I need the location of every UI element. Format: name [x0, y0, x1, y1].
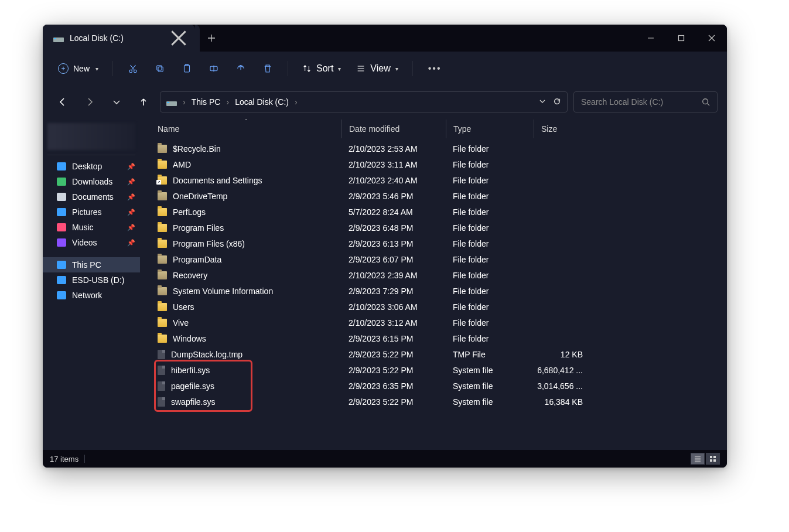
file-row[interactable]: System Volume Information2/9/2023 7:29 P… [140, 283, 727, 299]
search-icon [702, 98, 710, 106]
refresh-button[interactable] [553, 97, 561, 107]
svg-rect-4 [157, 66, 162, 70]
file-name: swapfile.sys [171, 397, 215, 407]
file-row[interactable]: DumpStack.log.tmp2/9/2023 5:22 PMTMP Fil… [140, 346, 727, 362]
file-type: File folder [446, 318, 534, 328]
sidebar-item-desktop[interactable]: Desktop📌 [43, 159, 140, 174]
file-row[interactable]: PerfLogs5/7/2022 8:24 AMFile folder [140, 204, 727, 220]
file-row[interactable]: pagefile.sys2/9/2023 6:35 PMSystem file3… [140, 378, 727, 394]
column-date[interactable]: Date modified [341, 120, 446, 138]
file-row[interactable]: ↗Documents and Settings2/10/2023 2:40 AM… [140, 172, 727, 188]
file-name: Users [173, 302, 194, 312]
sidebar-item-this-pc[interactable]: This PC [43, 257, 140, 272]
file-row[interactable]: Vive2/10/2023 3:12 AMFile folder [140, 315, 727, 330]
pin-icon: 📌 [127, 224, 135, 231]
file-date: 2/10/2023 3:12 AM [341, 318, 446, 328]
file-date: 2/9/2023 6:35 PM [341, 381, 446, 391]
sidebar-item-videos[interactable]: Videos📌 [43, 235, 140, 250]
sidebar-item-documents[interactable]: Documents📌 [43, 189, 140, 204]
file-date: 2/9/2023 6:48 PM [341, 223, 446, 233]
svg-rect-9 [710, 456, 712, 458]
file-date: 2/10/2023 2:39 AM [341, 271, 446, 280]
sidebar-item-network[interactable]: Network [43, 288, 140, 303]
back-button[interactable] [52, 91, 73, 112]
file-row[interactable]: Program Files (x86)2/9/2023 6:13 PMFile … [140, 236, 727, 251]
active-tab[interactable]: Local Disk (C:) [43, 25, 195, 52]
rename-button[interactable] [202, 57, 226, 80]
close-window-button[interactable] [696, 25, 727, 52]
folder-icon [158, 319, 167, 327]
file-name: AMD [173, 160, 191, 169]
sidebar-item-label: Downloads [72, 177, 112, 186]
divider [412, 61, 413, 76]
file-type: System file [446, 381, 534, 391]
search-input[interactable] [581, 97, 697, 107]
history-dropdown[interactable] [539, 97, 546, 107]
address-bar[interactable]: › This PC › Local Disk (C:) › [160, 91, 568, 112]
sidebar-item-label: ESD-USB (D:) [72, 275, 124, 285]
sidebar-item-pictures[interactable]: Pictures📌 [43, 204, 140, 220]
file-row[interactable]: AMD2/10/2023 3:11 AMFile folder [140, 156, 727, 172]
search-box[interactable] [573, 91, 718, 112]
file-row[interactable]: Program Files2/9/2023 6:48 PMFile folder [140, 220, 727, 236]
column-name[interactable]: ˄Name [151, 120, 341, 138]
file-row[interactable]: OneDriveTemp2/9/2023 5:46 PMFile folder [140, 188, 727, 204]
forward-button[interactable] [79, 91, 100, 112]
file-name: Recovery [173, 271, 207, 280]
details-view-button[interactable] [691, 453, 705, 465]
file-row[interactable]: $Recycle.Bin2/10/2023 2:53 AMFile folder [140, 141, 727, 156]
window-controls [636, 25, 727, 52]
cut-button[interactable] [121, 57, 145, 80]
minimize-button[interactable] [636, 25, 666, 52]
recent-button[interactable] [106, 91, 127, 112]
file-date: 5/7/2022 8:24 AM [341, 207, 446, 217]
body: Desktop📌Downloads📌Documents📌Pictures📌Mus… [43, 118, 727, 450]
picture-icon [57, 208, 66, 216]
sidebar-item-downloads[interactable]: Downloads📌 [43, 174, 140, 189]
file-name: Program Files [173, 223, 224, 233]
maximize-button[interactable] [666, 25, 696, 52]
paste-button[interactable] [175, 57, 199, 80]
file-date: 2/9/2023 6:07 PM [341, 255, 446, 264]
up-button[interactable] [133, 91, 154, 112]
thumbnails-view-button[interactable] [706, 453, 720, 465]
share-button[interactable] [229, 57, 252, 80]
svg-rect-11 [710, 459, 712, 462]
sidebar-item-label: Documents [72, 192, 114, 202]
file-row[interactable]: ProgramData2/9/2023 6:07 PMFile folder [140, 251, 727, 267]
network-icon [57, 291, 66, 299]
file-rows: $Recycle.Bin2/10/2023 2:53 AMFile folder… [140, 139, 727, 450]
file-row[interactable]: Windows2/9/2023 6:15 PMFile folder [140, 330, 727, 346]
file-name: System Volume Information [173, 287, 273, 296]
copy-button[interactable] [148, 57, 172, 80]
file-size: 6,680,412 ... [534, 366, 589, 375]
file-name: DumpStack.log.tmp [171, 350, 242, 359]
file-icon [158, 381, 165, 391]
file-row[interactable]: Recovery2/10/2023 2:39 AMFile folder [140, 267, 727, 283]
delete-button[interactable] [256, 57, 279, 80]
file-date: 2/10/2023 3:11 AM [341, 160, 446, 169]
column-size[interactable]: Size [534, 120, 589, 138]
file-row[interactable]: Users2/10/2023 3:06 AMFile folder [140, 299, 727, 315]
column-type[interactable]: Type [446, 120, 534, 138]
more-button[interactable]: ••• [421, 63, 449, 74]
svg-rect-12 [713, 459, 716, 462]
sidebar-item-label: Music [72, 223, 94, 232]
sidebar-item-label: Network [72, 291, 102, 300]
sort-button[interactable]: Sort ▾ [296, 60, 347, 77]
new-button[interactable]: + New ▾ [52, 60, 104, 77]
file-date: 2/10/2023 2:53 AM [341, 144, 446, 154]
divider [84, 455, 85, 463]
view-button[interactable]: View ▾ [350, 60, 404, 77]
sidebar-item-music[interactable]: Music📌 [43, 220, 140, 235]
sidebar-item-esd-usb-d-[interactable]: ESD-USB (D:) [43, 272, 140, 288]
file-row[interactable]: hiberfil.sys2/9/2023 5:22 PMSystem file6… [140, 362, 727, 378]
new-tab-button[interactable] [200, 25, 223, 52]
breadcrumb-this-pc[interactable]: This PC [192, 97, 221, 107]
file-type: File folder [446, 255, 534, 264]
breadcrumb-local-disk[interactable]: Local Disk (C:) [235, 97, 289, 107]
document-icon [57, 193, 66, 201]
folder-icon [158, 208, 167, 216]
close-tab-button[interactable] [170, 30, 187, 46]
file-row[interactable]: swapfile.sys2/9/2023 5:22 PMSystem file1… [140, 394, 727, 410]
